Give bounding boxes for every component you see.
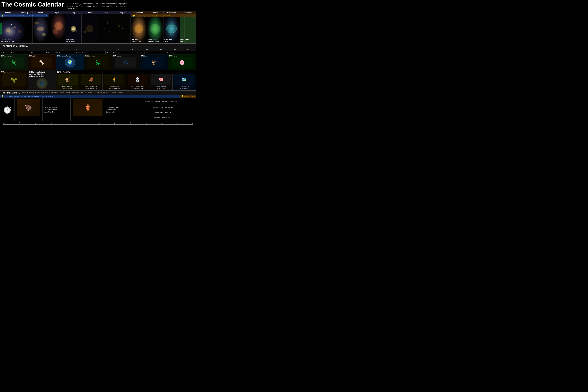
trex-label: 29 Tyrannosaurids — [1, 71, 27, 73]
iceage-col: End of Last Ice Age,Sea Level 400 FeetLo… — [42, 98, 70, 121]
bulb-icon-left: 💡 — [1, 15, 4, 17]
day-2: 2 — [14, 48, 28, 51]
day-4: 4 — [42, 48, 56, 51]
amphibians-label: 22 Amphibians — [1, 55, 27, 57]
svg-rect-9 — [0, 23, 2, 34]
svg-point-5 — [22, 23, 23, 23]
multicellular-block: MulticellularLife — [180, 14, 196, 43]
events-row-fossils: 15 Trace Fossils Only 16 17 Bones and Sh… — [0, 52, 196, 54]
modern-label: 11:52: ModernHumans Evolve — [150, 86, 172, 89]
tick-50: 50 — [34, 122, 36, 125]
bigbang-block: The Big Bang,Stars First Appear — [0, 14, 32, 43]
pangaea-cell: 24 Pangaea Forms 🌍 — [56, 54, 84, 70]
chimp-icon: 🦧 — [81, 74, 101, 85]
svg-point-12 — [34, 22, 39, 24]
stopwatch-icon: ⏱️ — [3, 106, 12, 114]
svg-point-34 — [109, 31, 110, 32]
birds-cell: 27 Birds 🦅 — [140, 54, 168, 70]
final-minute-title: The Final Minute... — [2, 92, 20, 94]
oxygen-block: Oxygen fromPhotosynthesis — [147, 14, 164, 43]
migration-cell: 🗺️ 11:56 to 11:59:Human Migration — [173, 74, 196, 90]
reptiles-label: 23 Reptiles — [29, 55, 55, 57]
brain-cell: 💀 10:30: Human BrainSize Begins Tripling — [126, 74, 150, 90]
christ-event: Christ Born — [151, 106, 159, 108]
space3-block — [98, 14, 114, 43]
tick-15: 15 — [146, 122, 147, 125]
reptile-icon: 🦴 — [32, 57, 52, 68]
bones-shells-cell: 17 Bones and Shells — [45, 52, 76, 54]
agriculture-text: Agriculture Leadsto PermanentSettlements — [106, 106, 128, 113]
svg-point-6 — [16, 34, 16, 35]
apes-label: Dawn: Apes andMonkeys Split — [56, 86, 79, 89]
solar-label: The SolarSystem, Life — [131, 38, 141, 42]
artifacts-banner-text: Known from artifacts, radiocarbon dating… — [4, 96, 54, 97]
day-12: 12 — [154, 48, 168, 51]
mohammed-event: Mohammed Born — [162, 106, 174, 108]
month-feb: February — [16, 11, 33, 14]
tick-35: 35 — [82, 122, 84, 125]
brain-label: 10:30: Human BrainSize Begins Tripling — [126, 86, 149, 89]
dinosaurs-label: 25 Dinosaurs — [85, 55, 111, 57]
month-bar: January February March April May June Ju… — [0, 11, 196, 14]
tick-40: 40 — [66, 122, 68, 125]
timeline-events-col: Columbus Arrives in America (1.2 Seconds… — [129, 98, 196, 121]
day-8: 8 — [98, 48, 112, 51]
svg-point-30 — [84, 30, 86, 33]
svg-point-28 — [86, 23, 87, 23]
ape-icon: 🐒 — [58, 74, 78, 85]
dinosaurs-cell: 25 Dinosaurs 🦕 — [84, 54, 112, 70]
flowers-label: 28 Flowers — [169, 55, 195, 57]
tick-5: 5 — [177, 122, 178, 125]
svg-point-13 — [42, 33, 46, 36]
written-banner-text: Written records — [184, 96, 195, 97]
trex-icon: 🦖 — [2, 73, 26, 86]
month-mar: March — [33, 11, 49, 14]
brain-icon: 💀 — [128, 74, 148, 85]
land-plants-cell: 19 Land Plants — [106, 52, 136, 54]
page-title: The Cosmic Calendar — [2, 1, 64, 8]
svg-point-3 — [18, 30, 21, 33]
modern-icon: 🧠 — [151, 74, 171, 85]
day-3: 3 — [28, 48, 42, 51]
svg-point-33 — [107, 22, 108, 24]
amphibian-icon: 🦎 — [4, 57, 24, 68]
svg-point-19 — [52, 23, 52, 23]
pangaea-icon: 🌍 — [65, 57, 75, 68]
geologic-banner-text: Known from geologic record, fossils, gen… — [136, 15, 170, 17]
final-day-label: 31 The Final Day... — [56, 70, 196, 74]
final-minute-header-row: The Final Minute... A human life only la… — [0, 91, 196, 95]
artifacts-banner: 💡 Known from artifacts, radiocarbon dati… — [0, 95, 180, 98]
dino-extinct-cell: 30 Dinosaurs Extinct,Mammals Take Overon… — [28, 70, 56, 90]
bird-icon: 🦅 — [144, 57, 164, 68]
mammals-label: 26 Mammals — [113, 55, 139, 57]
month-nov: November — [164, 11, 180, 14]
svg-point-32 — [104, 28, 105, 29]
final-banners: 💡 Known from artifacts, radiocarbon dati… — [0, 95, 196, 98]
cave-col: 🦬 — [14, 98, 42, 121]
page-header: The Cosmic Calendar The 13.8 billion yea… — [0, 0, 196, 11]
month-dec: December — [180, 11, 196, 14]
flowers-cell: 28 Flowers 🌸 — [168, 54, 196, 70]
month-aug: August — [114, 11, 131, 14]
tick-20: 20 — [130, 122, 131, 125]
upright-label: 9:25: HumansFirst Walk Upright — [103, 86, 125, 89]
month-oct: October — [147, 11, 164, 14]
svg-point-43 — [152, 26, 158, 32]
mammal-icon: 🐾 — [116, 57, 136, 68]
svg-rect-31 — [98, 14, 114, 43]
svg-point-37 — [118, 25, 120, 27]
extinction-icon: 🌑 — [36, 78, 48, 89]
trex-cell: 29 Tyrannosaurids 🦖 — [0, 70, 28, 90]
tick-0: 0 — [192, 122, 193, 125]
final-minute-desc: A human life only lasts for the blink of… — [22, 92, 123, 94]
reptiles-cell: 23 Reptiles 🦴 — [28, 54, 56, 70]
day16-cell: 16 — [30, 52, 45, 54]
nebula-block — [49, 14, 65, 43]
telescope-banner-text: Known from telescopes looking back in ti… — [4, 15, 47, 17]
solar-block: The SolarSystem, Life — [131, 14, 147, 43]
modern-cell: 🧠 11:52: ModernHumans Evolve — [150, 74, 173, 90]
svg-point-14 — [36, 34, 36, 34]
final-day-cell: 31 The Final Day... 🐒 Dawn: Apes andMonk… — [56, 70, 196, 90]
cave-icon: 🦬 — [17, 99, 40, 116]
tick-55: 55 — [19, 122, 20, 125]
